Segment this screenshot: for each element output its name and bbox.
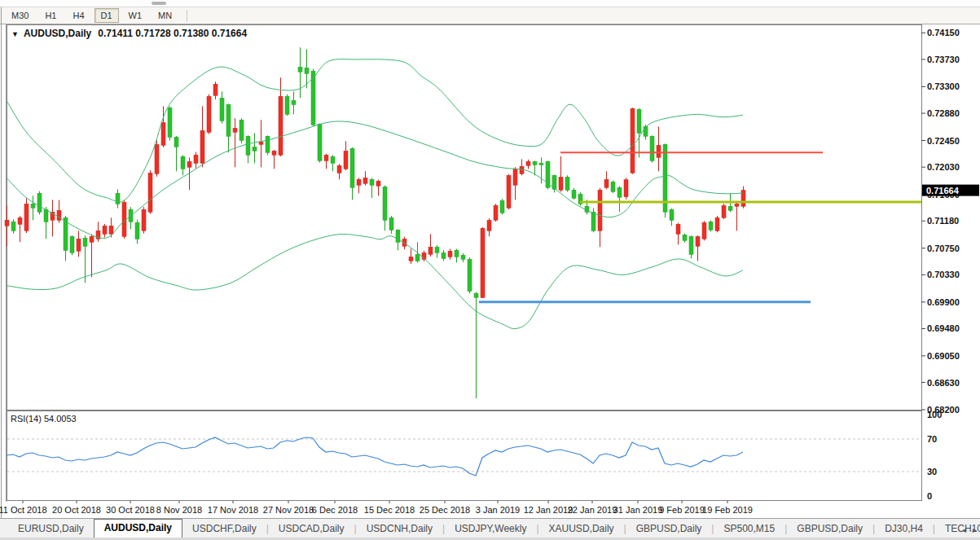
candle-body — [357, 179, 361, 185]
candle-body — [240, 120, 244, 140]
date-axis[interactable]: 11 Oct 201820 Oct 201830 Oct 20188 Nov 2… — [0, 501, 753, 515]
candle-body — [396, 230, 400, 242]
date-axis-label: 31 Jan 2019 — [613, 505, 663, 515]
symbol-tab-gbpusd-daily[interactable]: GBPUSD,Daily — [626, 520, 712, 538]
candle — [168, 107, 172, 141]
candle-body — [168, 108, 172, 137]
rsi-axis-label: 70 — [927, 434, 937, 444]
caption-symbol: AUDUSD,Daily — [24, 28, 91, 39]
candle-body — [279, 96, 283, 155]
candle-body — [194, 155, 198, 163]
symbol-tab-sp500-m15[interactable]: SP500,M15 — [714, 520, 784, 538]
candle — [142, 207, 146, 234]
candle — [70, 235, 74, 255]
candle-body — [533, 161, 537, 165]
candle-body — [657, 145, 661, 157]
candle-body — [226, 104, 231, 136]
candle — [468, 257, 472, 293]
candle-body — [109, 226, 113, 234]
price-axis[interactable]: 0.741500.737300.733000.728800.724500.720… — [921, 28, 960, 415]
candle-body — [507, 175, 511, 208]
symbol-tab-xauusd-daily[interactable]: XAUUSD,Daily — [539, 520, 624, 538]
candle — [650, 135, 654, 162]
candle-body — [370, 179, 374, 185]
date-axis-label: 25 Dec 2018 — [420, 505, 470, 515]
candle — [715, 216, 719, 232]
chart-caption: ▼AUDUSD,Daily0.71411 0.71728 0.71380 0.7… — [11, 28, 247, 39]
date-axis-label: 17 Nov 2018 — [208, 505, 258, 515]
candle-body — [435, 247, 439, 252]
date-axis-label: 19 Feb 2019 — [702, 505, 753, 515]
candle-body — [539, 163, 543, 165]
price-axis-label: 0.72450 — [927, 136, 960, 146]
candle-body — [676, 224, 680, 234]
symbol-tab-usdcad-daily[interactable]: USDCAD,Daily — [269, 520, 354, 538]
date-axis-label: 20 Oct 2018 — [52, 505, 101, 515]
candle-body — [526, 161, 530, 165]
date-axis-label: 15 Dec 2018 — [364, 505, 415, 515]
price-axis-label: 0.74150 — [927, 28, 960, 37]
candle-body — [318, 124, 322, 160]
rsi-panel[interactable] — [7, 411, 922, 501]
candle-body — [428, 247, 433, 254]
symbol-tab-dj30-h4[interactable]: DJ30,H4 — [875, 520, 933, 538]
candle-body — [305, 68, 309, 73]
candle — [285, 94, 289, 116]
symbol-tab-usdjpy-weekly[interactable]: USDJPY,Weekly — [445, 520, 536, 538]
candle-body — [448, 251, 452, 257]
date-axis-label: 22 Jan 2019 — [568, 505, 617, 515]
price-axis-label: 0.68630 — [927, 378, 960, 388]
candle-body — [285, 96, 289, 114]
current-price-badge: 0.71664 — [922, 185, 979, 196]
date-axis-label: 8 Nov 2018 — [156, 505, 202, 515]
candle-body — [631, 108, 635, 173]
date-axis-label: 11 Oct 2018 — [0, 505, 47, 515]
candle-body — [728, 206, 732, 210]
symbol-tab-usdchf-daily[interactable]: USDCHF,Daily — [182, 520, 266, 538]
symbol-tab-bar: EURUSD,DailyAUDUSD,DailyUSDCHF,Daily|USD… — [0, 518, 980, 538]
candle — [318, 124, 322, 163]
candle-body — [253, 147, 257, 151]
candle-body — [670, 209, 674, 220]
candle — [155, 141, 159, 177]
candle-body — [565, 177, 569, 190]
candle-body — [31, 204, 35, 208]
candle-body — [155, 144, 159, 173]
price-axis-label: 0.72880 — [927, 108, 960, 118]
candle — [565, 175, 569, 191]
date-axis-label: 3 Jan 2019 — [476, 505, 520, 515]
price-axis-label: 0.69050 — [927, 351, 960, 361]
tab-scroll-right-icon[interactable]: ▸ — [973, 525, 977, 534]
symbol-tab-audusd-daily[interactable]: AUDUSD,Daily — [94, 519, 182, 538]
candle-body — [376, 181, 380, 186]
collapse-triangle-icon[interactable]: ▼ — [11, 30, 19, 38]
candle-body — [37, 193, 42, 212]
price-axis-label: 0.70750 — [927, 244, 960, 253]
candle-body — [259, 142, 263, 144]
tab-scroll-left-icon[interactable]: ◂ — [962, 525, 966, 534]
candle — [702, 221, 706, 240]
candle-body — [604, 179, 609, 187]
candle-body — [455, 250, 459, 257]
caption-ohlc-values: 0.71411 0.71728 0.71380 0.71664 — [98, 28, 247, 39]
candle-body — [572, 190, 576, 198]
candle-body — [18, 217, 22, 224]
candle — [722, 204, 726, 219]
candle-body — [5, 220, 9, 226]
candle — [207, 94, 211, 134]
candle-body — [298, 67, 302, 72]
candle-body — [90, 236, 94, 242]
rsi-axis-label: 100 — [927, 410, 942, 419]
price-axis-label: 0.73730 — [927, 55, 960, 64]
candle-body — [181, 156, 185, 169]
candle-body — [11, 222, 15, 230]
candle-body — [57, 210, 61, 220]
candle-body — [696, 236, 700, 246]
symbol-tab-eurusd-daily[interactable]: EURUSD,Daily — [8, 520, 94, 538]
candle — [481, 227, 485, 298]
candle-body — [174, 137, 178, 147]
symbol-tab-usdcnh-daily[interactable]: USDCNH,Daily — [357, 520, 442, 538]
candle-body — [494, 205, 498, 220]
chart-area[interactable]: 0.741500.737300.733000.728800.724500.720… — [0, 0, 980, 518]
symbol-tab-gbpusd-daily[interactable]: GBPUSD,Daily — [787, 520, 872, 538]
